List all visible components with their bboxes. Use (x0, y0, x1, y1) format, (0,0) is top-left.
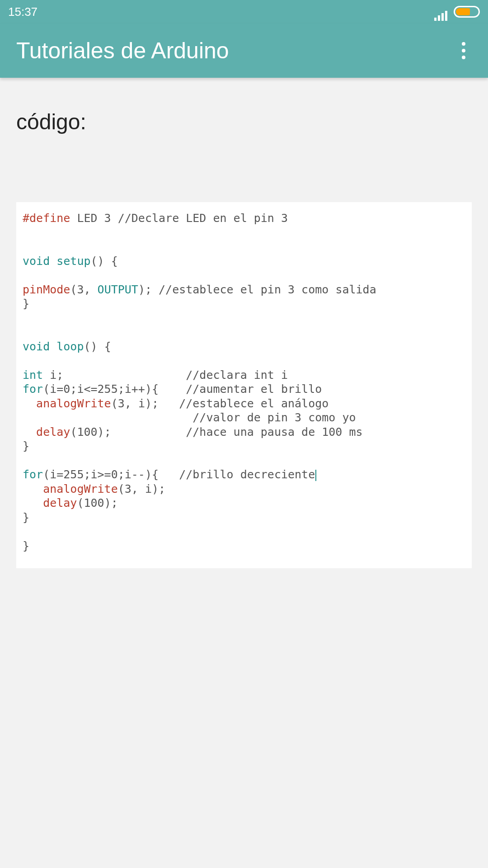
status-right-icons (433, 6, 480, 18)
code-text: () { (84, 340, 111, 353)
code-text: } (23, 439, 29, 453)
code-text: i; //declara int i (43, 368, 288, 382)
code-text (23, 397, 36, 410)
code-text: (100); //hace una pausa de 100 ms (70, 425, 362, 439)
code-text: } (23, 539, 29, 552)
code-token-int: int (23, 368, 43, 382)
text-cursor (315, 470, 316, 481)
code-token-void: void (23, 255, 50, 268)
section-heading: código: (16, 109, 472, 134)
code-token-analogwrite: analogWrite (43, 482, 118, 495)
code-block: #define LED 3 //Declare LED en el pin 3 … (16, 202, 472, 568)
page-title: Tutoriales de Arduino (16, 38, 229, 64)
more-options-icon[interactable] (453, 40, 474, 61)
code-token-analogwrite: analogWrite (36, 397, 111, 410)
code-text: (100); (77, 496, 117, 509)
code-token-delay: delay (36, 425, 70, 439)
code-text: (3, (70, 283, 97, 296)
code-token-define: #define (23, 212, 70, 225)
code-token-for: for (23, 382, 43, 396)
status-time: 15:37 (8, 5, 38, 19)
code-text: (3, i); //establece el análogo (111, 397, 329, 410)
code-token-setup: setup (50, 255, 90, 268)
code-text: LED 3 //Declare LED en el pin 3 (70, 212, 288, 225)
code-text: (i=255;i>=0;i--){ //brillo decreciente (43, 468, 315, 481)
battery-icon (454, 6, 480, 18)
code-text: //valor de pin 3 como yo (23, 411, 356, 424)
code-text: () { (91, 255, 118, 268)
app-bar: Tutoriales de Arduino (0, 24, 488, 78)
status-bar: 15:37 (0, 0, 488, 24)
code-text: (3, i); (118, 482, 165, 495)
code-text (23, 425, 36, 439)
code-text: } (23, 297, 29, 310)
signal-icon (433, 7, 447, 17)
code-text: (i=0;i<=255;i++){ //aumentar el brillo (43, 382, 322, 396)
code-token-void: void (23, 340, 50, 353)
code-token-for: for (23, 468, 43, 481)
code-text (23, 482, 43, 495)
code-text (23, 496, 43, 509)
content-area: código: #define LED 3 //Declare LED en e… (0, 78, 488, 568)
code-token-output: OUTPUT (98, 283, 138, 296)
code-text: ); //establece el pin 3 como salida (138, 283, 376, 296)
code-token-loop: loop (50, 340, 84, 353)
code-token-pinmode: pinMode (23, 283, 70, 296)
code-token-delay: delay (43, 496, 77, 509)
code-text: } (23, 511, 29, 524)
